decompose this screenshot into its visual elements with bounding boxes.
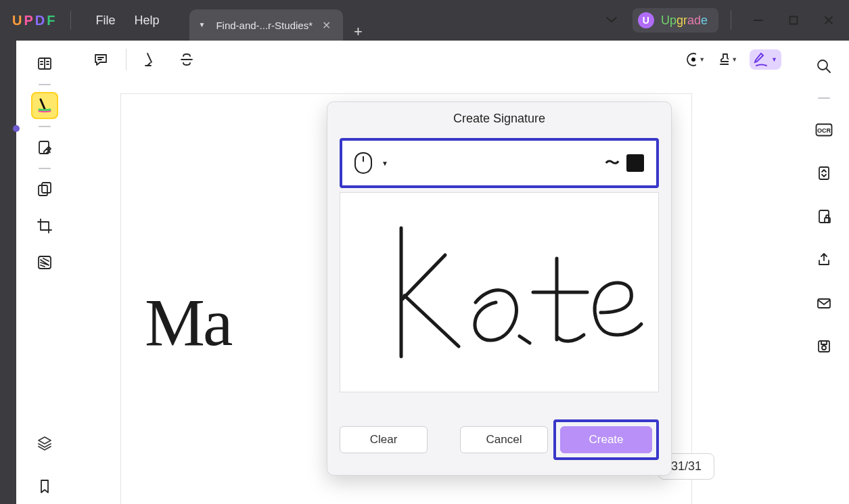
menu-help[interactable]: Help [124, 9, 168, 32]
svg-point-7 [691, 58, 695, 62]
mouse-input-icon[interactable] [354, 152, 372, 174]
input-mode-dropdown-caret-icon[interactable]: ▼ [382, 160, 388, 167]
dialog-title: Create Signature [340, 112, 659, 126]
svg-text:OCR: OCR [817, 127, 831, 134]
protect-button[interactable] [810, 203, 837, 230]
page-organize-button[interactable] [31, 176, 58, 203]
app-logo: UPDF [12, 13, 55, 28]
create-button[interactable]: Create [560, 426, 652, 453]
highlighter-button[interactable] [141, 49, 162, 70]
strikethrough-button[interactable] [177, 49, 197, 70]
reader-mode-button[interactable] [31, 50, 58, 77]
document-handwriting: Ma [145, 283, 231, 361]
dropdown-caret-icon[interactable]: ▼ [731, 56, 737, 63]
cancel-button[interactable]: Cancel [460, 426, 548, 453]
search-button[interactable] [810, 53, 837, 80]
toolbar-right-group: ▼ ▼ ▼ [685, 49, 781, 70]
stroke-thickness-icon[interactable]: 〜 [605, 153, 620, 173]
menu-file[interactable]: File [86, 9, 124, 32]
signature-toolbar: ▼ 〜 [340, 138, 659, 188]
divider [731, 11, 731, 30]
window-maximize-button[interactable] [779, 8, 808, 32]
main-area: ▼ ▼ ▼ Ma 31/31 Create Signature ▼ 〜 [16, 41, 849, 504]
svg-rect-14 [818, 299, 830, 308]
svg-rect-4 [42, 183, 51, 193]
left-sidebar [16, 41, 73, 504]
new-tab-button[interactable]: + [343, 23, 373, 41]
tab-menu-dropdown-icon[interactable]: ▼ [199, 21, 210, 30]
annotation-toolbar: ▼ ▼ ▼ [73, 41, 799, 78]
ocr-button[interactable]: OCR [810, 116, 837, 143]
sidebar-separator [39, 84, 51, 85]
right-sidebar: OCR [799, 41, 849, 504]
comment-tool-button[interactable] [31, 92, 58, 119]
signature-tool-button[interactable]: ▼ [750, 49, 781, 70]
active-tool-indicator [13, 125, 20, 132]
titlebar-right: U Upgrade [596, 0, 844, 41]
upgrade-button[interactable]: U Upgrade [633, 8, 718, 32]
window-close-button[interactable] [814, 8, 844, 32]
signature-canvas[interactable] [340, 192, 659, 392]
create-signature-dialog: Create Signature ▼ 〜 [327, 101, 672, 476]
layers-button[interactable] [31, 430, 58, 457]
sidebar-separator [39, 168, 51, 169]
upgrade-label: Upgrade [661, 14, 708, 28]
save-button[interactable] [810, 333, 837, 360]
edit-pdf-button[interactable] [31, 134, 58, 161]
clear-button[interactable]: Clear [340, 426, 428, 453]
stroke-color-swatch[interactable] [626, 154, 644, 172]
svg-point-16 [822, 346, 826, 350]
dropdown-caret-icon[interactable]: ▼ [699, 56, 705, 63]
shape-tool-button[interactable]: ▼ [685, 49, 705, 70]
crop-tool-button[interactable] [31, 212, 58, 239]
document-area: ▼ ▼ ▼ Ma 31/31 Create Signature ▼ 〜 [73, 41, 799, 504]
convert-button[interactable] [810, 160, 837, 187]
tab-active[interactable]: ▼ Find-and-...r-Studies* ✕ [189, 9, 343, 41]
redact-tool-button[interactable] [31, 249, 58, 276]
user-avatar: U [638, 12, 654, 28]
handwritten-signature [350, 204, 648, 380]
tab-title: Find-and-...r-Studies* [216, 20, 313, 31]
email-button[interactable] [810, 290, 837, 317]
title-bar: UPDF File Help ▼ Find-and-...r-Studies* … [0, 0, 849, 41]
svg-rect-12 [819, 210, 829, 223]
tab-close-icon[interactable]: ✕ [319, 18, 334, 33]
dropdown-caret-icon[interactable]: ▼ [771, 56, 777, 63]
window-menu-chevron-icon[interactable] [596, 10, 627, 31]
svg-rect-11 [819, 167, 829, 179]
bookmark-button[interactable] [31, 473, 58, 500]
toolbar-divider [126, 49, 127, 70]
window-minimize-button[interactable] [743, 8, 773, 32]
sidebar-separator [818, 97, 830, 99]
create-button-highlight: Create [553, 419, 659, 460]
dialog-actions: Clear Cancel Create [340, 419, 659, 460]
sidebar-separator [39, 126, 51, 127]
tab-strip: ▼ Find-and-...r-Studies* ✕ + [189, 0, 373, 41]
sticky-note-button[interactable] [91, 49, 111, 70]
divider [70, 11, 71, 30]
stamp-tool-button[interactable]: ▼ [717, 49, 737, 70]
svg-rect-3 [39, 185, 47, 196]
svg-rect-0 [790, 17, 798, 24]
share-button[interactable] [810, 246, 837, 273]
